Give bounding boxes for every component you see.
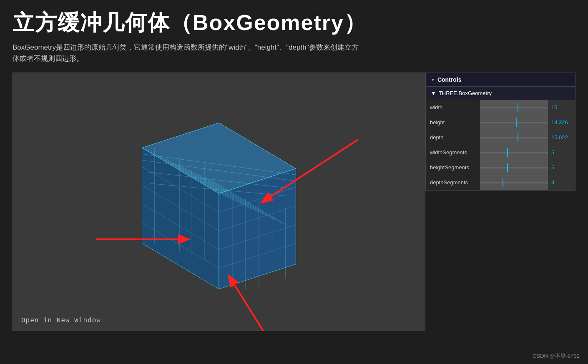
control-label-width: width: [426, 104, 480, 110]
control-label-depth: depth: [426, 134, 480, 141]
control-label-heightSegments: heightSegments: [426, 164, 480, 171]
slider-thumb-depth: [518, 133, 518, 142]
control-value-depth: 15.022: [548, 130, 575, 145]
slider-width[interactable]: [480, 100, 548, 115]
page-title: 立方缓冲几何体（BoxGeometry）: [0, 0, 588, 42]
controls-header: ▼ Controls: [426, 73, 575, 87]
slider-track-depthSegments: [480, 182, 548, 183]
watermark: CSDN @不染-9732: [533, 352, 580, 360]
slider-thumb-height: [516, 118, 517, 127]
slider-thumb-widthSegments: [507, 148, 508, 157]
control-row-depth: depth15.022: [426, 130, 575, 145]
page-description: BoxGeometry是四边形的原始几何类，它通常使用构造函数所提供的"widt…: [0, 42, 375, 73]
geometry-label: THREE.BoxGeometry: [439, 90, 492, 96]
slider-depth[interactable]: [480, 130, 548, 145]
control-label-widthSegments: widthSegments: [426, 149, 480, 156]
slider-heightSegments[interactable]: [480, 160, 548, 175]
control-value-depthSegments: 4: [548, 175, 575, 190]
slider-track-heightSegments: [480, 167, 548, 168]
slider-thumb-width: [518, 103, 518, 112]
control-row-widthSegments: widthSegments5: [426, 145, 575, 160]
control-row-width: width15: [426, 100, 575, 115]
control-row-height: height14.326: [426, 115, 575, 130]
control-value-widthSegments: 5: [548, 145, 575, 160]
control-value-heightSegments: 5: [548, 160, 575, 175]
slider-thumb-heightSegments: [507, 163, 508, 172]
control-row-depthSegments: depthSegments4: [426, 175, 575, 190]
control-value-height: 14.326: [548, 115, 575, 130]
chevron-down-icon: ▼: [431, 78, 435, 82]
control-label-height: height: [426, 119, 480, 126]
slider-widthSegments[interactable]: [480, 145, 548, 160]
slider-track-depth: [480, 137, 548, 138]
open-in-new-window[interactable]: Open in New Window: [21, 317, 101, 324]
control-value-width: 15: [548, 100, 575, 115]
slider-depthSegments[interactable]: [480, 175, 548, 190]
controls-panel: ▼ Controls ▼ THREE.BoxGeometry width15he…: [425, 73, 575, 191]
control-label-depthSegments: depthSegments: [426, 179, 480, 186]
slider-track-widthSegments: [480, 152, 548, 153]
slider-thumb-depthSegments: [503, 178, 503, 187]
controls-header-label: Controls: [437, 76, 462, 83]
chevron-geometry-icon: ▼: [431, 90, 436, 96]
geometry-header: ▼ THREE.BoxGeometry: [426, 87, 575, 100]
canvas-area: Open in New Window: [13, 73, 425, 331]
slider-track-height: [480, 122, 548, 123]
slider-track-width: [480, 107, 548, 108]
slider-height[interactable]: [480, 115, 548, 130]
control-row-heightSegments: heightSegments5: [426, 160, 575, 175]
